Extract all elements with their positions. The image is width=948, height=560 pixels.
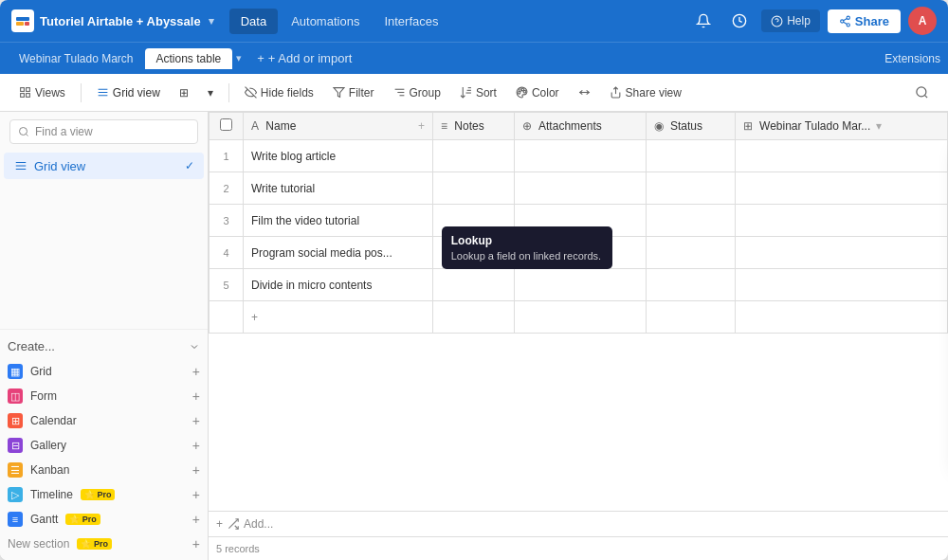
grid-view-button[interactable]: Grid view	[89, 81, 168, 104]
new-section-plus[interactable]: +	[192, 536, 200, 551]
create-calendar[interactable]: ⊞ Calendar +	[0, 408, 208, 433]
create-timeline[interactable]: ▷ Timeline ⭐ Pro +	[0, 482, 208, 507]
add-row-name[interactable]: +	[244, 301, 433, 334]
svg-marker-19	[334, 88, 344, 98]
create-section-header[interactable]: Create...	[0, 334, 208, 359]
table-tab-webinar[interactable]: Webinar Tulado March	[8, 48, 145, 69]
row-2-name[interactable]: Write tutorial	[244, 172, 433, 205]
create-gantt-plus[interactable]: +	[192, 512, 200, 527]
create-form[interactable]: ◫ Form +	[0, 384, 208, 408]
row-5-webinar[interactable]	[735, 269, 947, 301]
notifications-icon[interactable]	[689, 7, 718, 35]
grid-view-expand[interactable]: ▾	[200, 81, 221, 104]
grid-view-menu[interactable]: ⊞	[172, 81, 196, 104]
svg-rect-12	[27, 88, 30, 92]
row-2-status[interactable]	[646, 172, 735, 205]
nav-tab-data[interactable]: Data	[229, 9, 278, 34]
row-3-notes[interactable]	[433, 205, 515, 237]
nav-tab-interfaces[interactable]: Interfaces	[373, 9, 449, 34]
notes-col-icon: ≡	[441, 119, 447, 133]
find-view-input[interactable]: Find a view	[9, 119, 198, 144]
find-view-placeholder: Find a view	[35, 125, 93, 138]
row-5-name[interactable]: Divide in micro contents	[244, 269, 433, 301]
history-icon[interactable]	[725, 7, 754, 35]
row-2-attachments[interactable]	[515, 172, 646, 205]
app-title-caret[interactable]: ▾	[209, 15, 214, 27]
table-tab-dropdown-arrow[interactable]: ▾	[232, 52, 246, 64]
webinar-column-header[interactable]: ⊞ Webinar Tulado Mar... ▾ + Find a field…	[735, 113, 947, 140]
create-timeline-label: Timeline	[30, 488, 73, 501]
create-timeline-icon: ▷	[8, 487, 23, 502]
name-column-header[interactable]: A Name +	[244, 113, 433, 140]
search-button[interactable]	[907, 81, 937, 104]
row-height-button[interactable]	[571, 81, 598, 103]
attachments-col-label: Attachments	[538, 119, 602, 133]
row-4-webinar[interactable]	[735, 237, 947, 269]
nav-tab-automations[interactable]: Automations	[280, 9, 371, 34]
svg-point-6	[847, 16, 849, 19]
row-4-attachments[interactable]	[515, 237, 646, 269]
share-button[interactable]: Share	[828, 9, 901, 33]
row-3-attachments[interactable]	[515, 205, 646, 237]
add-table-button[interactable]: + + Add or import	[249, 47, 359, 69]
grid-view-item[interactable]: Grid view ✓	[4, 153, 204, 179]
color-button[interactable]: Color	[508, 81, 567, 104]
new-section[interactable]: New section ⭐ Pro +	[0, 532, 208, 556]
row-1-webinar[interactable]	[735, 140, 947, 172]
row-5-status[interactable]	[646, 269, 735, 301]
filter-button[interactable]: Filter	[325, 81, 382, 104]
views-toggle[interactable]: Views	[11, 81, 73, 104]
row-3-webinar[interactable]	[735, 205, 947, 237]
status-column-header[interactable]: ◉ Status	[646, 113, 735, 140]
group-button[interactable]: Group	[386, 81, 448, 104]
sort-button[interactable]: Sort	[452, 81, 504, 104]
create-grid-plus[interactable]: +	[192, 364, 200, 379]
svg-line-9	[844, 22, 848, 24]
row-3-name[interactable]: Film the video tutorial	[244, 205, 433, 237]
sort-label: Sort	[476, 86, 497, 99]
row-1-notes[interactable]	[433, 140, 515, 172]
create-gantt[interactable]: ≡ Gantt ⭐ Pro +	[0, 507, 208, 532]
row-3-status[interactable]	[646, 205, 735, 237]
row-4-name[interactable]: Program social media pos...	[244, 237, 433, 269]
row-select-header[interactable]	[210, 113, 244, 140]
share-view-button[interactable]: Share view	[602, 81, 689, 104]
create-gallery-icon: ⊟	[8, 438, 23, 453]
create-form-plus[interactable]: +	[192, 388, 200, 404]
row-4-status[interactable]	[646, 237, 735, 269]
attachments-column-header[interactable]: ⊕ Attachments	[515, 113, 646, 140]
create-timeline-plus[interactable]: +	[192, 487, 200, 502]
create-calendar-plus[interactable]: +	[192, 413, 200, 428]
row-2-notes[interactable]	[433, 172, 515, 205]
status-col-icon: ◉	[654, 119, 664, 133]
create-grid[interactable]: ▦ Grid +	[0, 359, 208, 384]
help-button[interactable]: Help	[761, 9, 820, 32]
hide-fields-button[interactable]: Hide fields	[237, 81, 321, 104]
add-record-bar[interactable]: + Add...	[209, 511, 948, 536]
user-avatar[interactable]: A	[908, 7, 937, 35]
row-1-status[interactable]	[646, 140, 735, 172]
webinar-col-sort[interactable]: ▾	[876, 119, 882, 133]
row-number-1: 1	[210, 140, 244, 172]
extensions-button[interactable]: Extensions	[884, 52, 940, 65]
main-layout: Find a view Grid view ✓ Create... ▦	[0, 112, 948, 560]
notes-column-header[interactable]: ≡ Notes	[433, 113, 515, 140]
row-5-notes[interactable]	[433, 269, 515, 301]
svg-line-10	[844, 18, 848, 20]
row-1-name[interactable]: Write blog article	[244, 140, 433, 172]
select-all-checkbox[interactable]	[220, 118, 232, 131]
create-kanban[interactable]: ☰ Kanban +	[0, 458, 208, 482]
add-row-notes	[433, 301, 515, 334]
name-col-expand[interactable]: +	[418, 119, 425, 133]
create-gallery[interactable]: ⊟ Gallery +	[0, 433, 208, 458]
create-kanban-plus[interactable]: +	[192, 462, 200, 478]
row-1-attachments[interactable]	[515, 140, 646, 172]
add-table-plus-icon: +	[257, 51, 264, 65]
grid-scroll[interactable]: A Name + ≡ Notes ⊕ Attac	[209, 112, 948, 511]
row-4-notes[interactable]	[433, 237, 515, 269]
new-section-label: New section	[8, 537, 69, 551]
table-tab-actions[interactable]: Actions table	[145, 48, 233, 69]
row-5-attachments[interactable]	[515, 269, 646, 301]
row-2-webinar[interactable]	[735, 172, 947, 205]
create-gallery-plus[interactable]: +	[192, 438, 200, 453]
